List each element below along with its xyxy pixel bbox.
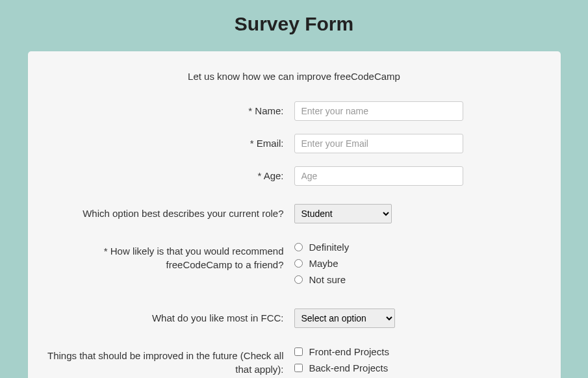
like-label: What do you like most in FCC: [41, 309, 294, 325]
name-input[interactable] [294, 101, 463, 121]
radio-notsure[interactable] [294, 275, 303, 284]
role-select[interactable]: Student [294, 204, 392, 223]
row-improve: Things that should be improved in the fu… [41, 346, 548, 378]
radio-notsure-label: Not sure [309, 274, 346, 285]
row-role: Which option best describes your current… [41, 204, 548, 223]
age-label: * Age: [41, 166, 294, 183]
email-input[interactable] [294, 134, 463, 153]
email-label: * Email: [41, 134, 294, 150]
checkbox-backend-label: Back-end Projects [309, 362, 389, 373]
radio-maybe[interactable] [294, 259, 303, 268]
checkbox-frontend-label: Front-end Projects [309, 346, 389, 357]
form-card: Let us know how we can improve freeCodeC… [28, 51, 561, 378]
improve-label: Things that should be improved in the fu… [41, 346, 294, 376]
recommend-label: * How likely is that you would recommend… [41, 242, 294, 271]
page-title: Survey Form [0, 0, 588, 42]
row-age: * Age: [41, 166, 548, 186]
age-input[interactable] [294, 166, 463, 186]
role-label: Which option best describes your current… [41, 204, 294, 220]
row-like: What do you like most in FCC: Select an … [41, 309, 548, 328]
intro-text: Let us know how we can improve freeCodeC… [41, 71, 548, 82]
row-recommend: * How likely is that you would recommend… [41, 242, 548, 290]
name-label: * Name: [41, 101, 294, 118]
radio-definitely-label: Definitely [309, 242, 350, 253]
checkbox-frontend[interactable] [294, 347, 303, 356]
like-select[interactable]: Select an option [294, 309, 395, 328]
radio-maybe-label: Maybe [309, 258, 339, 269]
row-email: * Email: [41, 134, 548, 153]
radio-definitely[interactable] [294, 243, 303, 251]
checkbox-backend[interactable] [294, 364, 303, 372]
row-name: * Name: [41, 101, 548, 121]
